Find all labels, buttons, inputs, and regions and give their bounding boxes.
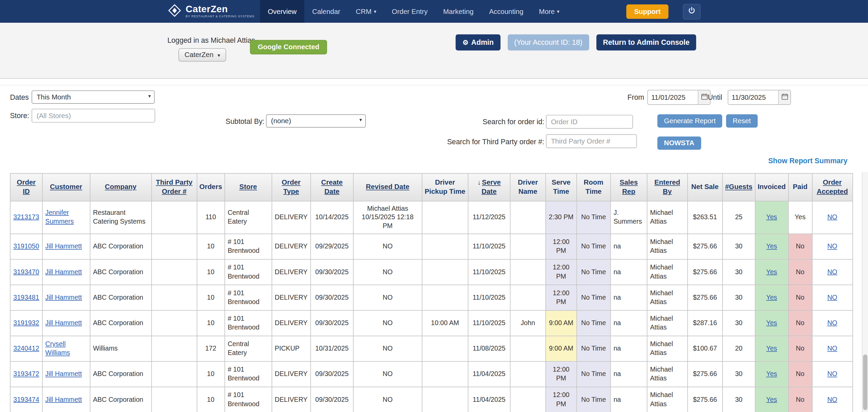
admin-button[interactable]: ⚙Admin <box>456 34 500 50</box>
admin-button-label: Admin <box>471 38 494 47</box>
cell-order_id-link[interactable]: 3193474 <box>13 396 39 404</box>
cell-customer-link[interactable]: Crysell Williams <box>45 340 70 356</box>
col-header-entered_by[interactable]: Entered By <box>647 173 687 201</box>
cell-order_id-link[interactable]: 3191050 <box>13 242 39 250</box>
reset-button[interactable]: Reset <box>726 114 757 128</box>
caret-down-icon: ▾ <box>374 8 376 14</box>
cell-revised_date: NO <box>353 336 422 361</box>
cell-invoiced-link[interactable]: Yes <box>766 344 777 352</box>
cell-customer-link[interactable]: Jill Hammett <box>45 370 82 378</box>
col-header-company[interactable]: Company <box>90 173 151 201</box>
cell-room_time: No Time <box>577 260 611 285</box>
third-party-input[interactable] <box>546 134 637 148</box>
col-header-create_date[interactable]: Create Date <box>311 173 353 201</box>
account-dropdown-button[interactable]: CaterZen ▾ <box>178 48 226 61</box>
page: CaterZen by Restaurant & Catering System… <box>0 0 868 412</box>
cell-invoiced-link[interactable]: Yes <box>766 242 777 250</box>
cell-customer-link[interactable]: Jennifer Summers <box>45 209 74 225</box>
account-id-button[interactable]: (Your Account ID: 18) <box>508 34 589 50</box>
cell-invoiced-link[interactable]: Yes <box>766 294 777 301</box>
cell-customer: Jennifer Summers <box>42 201 90 234</box>
cell-accepted-link[interactable]: NO <box>827 213 837 221</box>
cell-net_sale: $100.67 <box>688 336 723 361</box>
cell-order_id: 3191050 <box>10 234 42 259</box>
cell-store: # 101 Brentwood <box>224 311 272 336</box>
nav-item-accounting[interactable]: Accounting <box>481 0 531 23</box>
subtotal-select[interactable]: (none) <box>266 114 366 128</box>
cell-customer-link[interactable]: Jill Hammett <box>45 268 82 276</box>
cell-accepted-link[interactable]: NO <box>827 294 837 301</box>
report-filters: Dates This Month ▾ From Until Store: <box>0 86 868 173</box>
cell-orders: 10 <box>197 387 225 412</box>
until-date-input[interactable] <box>728 90 778 104</box>
cell-order_id-link[interactable]: 3193470 <box>13 268 39 276</box>
cell-paid: Yes <box>788 201 812 234</box>
cell-customer-link[interactable]: Jill Hammett <box>45 294 82 301</box>
cell-accepted-link[interactable]: NO <box>827 242 837 250</box>
cell-invoiced-link[interactable]: Yes <box>766 213 777 221</box>
cell-customer-link[interactable]: Jill Hammett <box>45 396 82 404</box>
nav-item-marketing[interactable]: Marketing <box>435 0 481 23</box>
generate-report-button[interactable]: Generate Report <box>657 114 722 128</box>
col-header-room_time: Room Time <box>577 173 611 201</box>
cell-revised_date: NO <box>353 361 422 387</box>
cell-order_id-link[interactable]: 3240412 <box>13 344 39 352</box>
cell-invoiced-link[interactable]: Yes <box>766 319 777 327</box>
col-header-invoiced: Invoiced <box>755 173 788 201</box>
col-header-guests[interactable]: #Guests <box>723 173 755 201</box>
cell-order_id-link[interactable]: 3213173 <box>13 213 39 221</box>
store-input[interactable] <box>32 109 155 123</box>
cell-store: # 101 Brentwood <box>224 234 272 259</box>
nav-item-crm[interactable]: CRM▾ <box>348 0 384 23</box>
cell-customer: Jill Hammett <box>42 285 90 311</box>
cell-create_date: 09/29/2025 <box>311 234 353 259</box>
col-header-customer[interactable]: Customer <box>42 173 90 201</box>
return-admin-console-button[interactable]: Return to Admin Console <box>596 34 696 50</box>
nav-item-overview[interactable]: Overview <box>260 0 304 23</box>
col-header-third_party[interactable]: Third Party Order # <box>152 173 197 201</box>
cell-serve_date: 11/04/2025 <box>468 387 510 412</box>
cell-revised_date: NO <box>353 285 422 311</box>
col-header-sales_rep[interactable]: Sales Rep <box>610 173 647 201</box>
cell-order_id-link[interactable]: 3193472 <box>13 370 39 378</box>
support-button[interactable]: Support <box>626 4 668 19</box>
cell-accepted-link[interactable]: NO <box>827 344 837 352</box>
col-header-order_type[interactable]: Order Type <box>272 173 311 201</box>
cell-order_id-link[interactable]: 3193481 <box>13 294 39 301</box>
col-header-label: #Guests <box>725 183 752 191</box>
cell-accepted-link[interactable]: NO <box>827 370 837 378</box>
caterzen-brand[interactable]: CaterZen by Restaurant & Catering System… <box>167 0 255 23</box>
logout-power-button[interactable] <box>683 4 701 19</box>
nav-item-order-entry[interactable]: Order Entry <box>384 0 435 23</box>
dates-select[interactable]: This Month <box>32 90 155 104</box>
cell-accepted-link[interactable]: NO <box>827 396 837 404</box>
cell-order_type: DELIVERY <box>272 311 311 336</box>
col-header-revised_date[interactable]: Revised Date <box>353 173 422 201</box>
cell-invoiced-link[interactable]: Yes <box>766 396 777 404</box>
cell-customer-link[interactable]: Jill Hammett <box>45 319 82 327</box>
from-date-input[interactable] <box>648 90 698 104</box>
nav-item-calendar[interactable]: Calendar <box>304 0 348 23</box>
until-calendar-button[interactable] <box>778 90 790 104</box>
cell-order_id-link[interactable]: 3191932 <box>13 319 39 327</box>
cell-invoiced-link[interactable]: Yes <box>766 268 777 276</box>
nowsta-button[interactable]: NOWSTA <box>657 136 701 150</box>
google-connected-button[interactable]: Google Connected <box>250 40 327 55</box>
cell-accepted-link[interactable]: NO <box>827 319 837 327</box>
order-id-input[interactable] <box>546 115 633 129</box>
cell-driver_pickup <box>422 234 468 259</box>
nav-item-label: Overview <box>268 7 297 15</box>
cell-customer-link[interactable]: Jill Hammett <box>45 242 82 250</box>
cell-invoiced-link[interactable]: Yes <box>766 370 777 378</box>
nav-item-more[interactable]: More▾ <box>531 0 567 23</box>
col-header-store[interactable]: Store <box>224 173 272 201</box>
cell-entered_by: Michael Attias <box>647 361 687 387</box>
cell-driver_name <box>510 234 546 259</box>
scrollbar-thumb[interactable] <box>863 355 867 410</box>
col-header-order_id[interactable]: Order ID <box>10 173 42 201</box>
show-report-summary-link[interactable]: Show Report Summary <box>768 156 848 165</box>
nav-item-label: Order Entry <box>392 7 428 15</box>
col-header-accepted[interactable]: Order Accepted <box>812 173 852 201</box>
col-header-serve_date[interactable]: ↓Serve Date <box>468 173 510 201</box>
cell-accepted-link[interactable]: NO <box>827 268 837 276</box>
